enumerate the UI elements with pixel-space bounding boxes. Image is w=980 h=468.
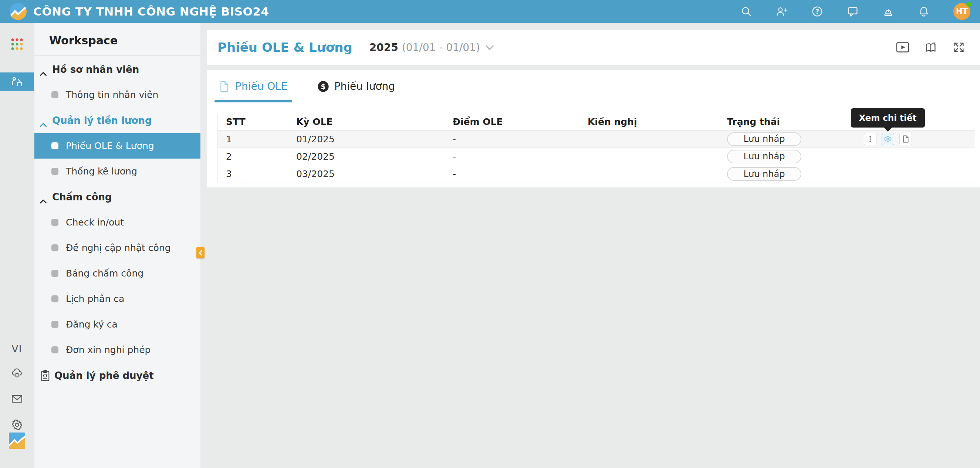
app-logo[interactable] xyxy=(9,433,25,449)
rail-divider xyxy=(0,422,33,422)
period-range[interactable]: (01/01 - 01/01) xyxy=(402,41,480,54)
menu-square-icon xyxy=(51,142,59,149)
company-logo xyxy=(10,3,27,20)
document-button[interactable] xyxy=(899,133,912,145)
help-icon[interactable]: ? xyxy=(811,6,823,17)
sidebar-item-check-in-out[interactable]: Check in/out xyxy=(34,209,200,235)
sidebar-collapse-handle[interactable] xyxy=(196,247,205,259)
period-year[interactable]: 2025 xyxy=(369,41,398,54)
row-menu-button[interactable] xyxy=(864,133,877,145)
workspace-sidebar: Workspace Hồ sơ nhân viên Thông tin nhân… xyxy=(34,23,200,468)
kebab-menu-icon xyxy=(866,135,874,143)
sidebar-section-ho-so-nhan-vien[interactable]: Hồ sơ nhân viên xyxy=(34,57,200,82)
menu-square-icon xyxy=(51,321,59,328)
sidebar-title: Workspace xyxy=(34,23,200,56)
clipboard-approve-icon xyxy=(40,370,51,381)
menu-square-icon xyxy=(51,219,59,226)
sidebar-section-cham-cong[interactable]: Chấm công xyxy=(34,184,200,209)
sidebar-item-phieu-ole-luong[interactable]: Phiếu OLE & Lương xyxy=(34,133,200,159)
menu-square-icon xyxy=(51,168,59,175)
user-guide-book-icon[interactable]: ? xyxy=(924,41,938,54)
col-header-trang-thai: Trạng thái xyxy=(727,116,801,127)
cloud-sync-icon[interactable] xyxy=(11,367,23,379)
tooltip: Xem chi tiết xyxy=(851,108,924,127)
view-detail-button[interactable]: Xem chi tiết xyxy=(881,133,894,145)
company-name: CÔNG TY TNHH CÔNG NGHỆ BISO24 xyxy=(33,5,269,18)
user-avatar[interactable]: HT xyxy=(953,3,970,20)
notification-bell-icon[interactable] xyxy=(918,6,930,17)
announcement-siren-icon[interactable] xyxy=(882,6,894,17)
status-badge: Lưu nháp xyxy=(727,132,801,146)
sidebar-item-quan-ly-phe-duyet[interactable]: Quản lý phê duyệt xyxy=(34,363,200,388)
settings-gear-icon[interactable] xyxy=(11,419,23,431)
menu-square-icon xyxy=(51,295,59,302)
top-bar: CÔNG TY TNHH CÔNG NGHỆ BISO24 ? HT xyxy=(0,0,980,23)
tab-bar: Phiếu OLE $ Phiếu lương xyxy=(207,70,980,102)
sidebar-item-de-nghi-cap-nhat-cong[interactable]: Đề nghị cập nhật công xyxy=(34,235,200,261)
chevron-up-icon xyxy=(40,67,47,72)
chevron-up-icon xyxy=(40,195,47,199)
content-header: Phiếu OLE & Lương 2025 (01/01 - 01/01) ? xyxy=(207,30,980,65)
sidebar-item-thong-tin-nhan-vien[interactable]: Thông tin nhân viên xyxy=(34,82,200,108)
col-header-ky-ole: Kỳ OLE xyxy=(296,116,453,127)
svg-text:?: ? xyxy=(933,41,935,47)
main-content: Phiếu OLE & Lương 2025 (01/01 - 01/01) ? xyxy=(200,23,980,468)
sidebar-item-don-xin-nghi-phep[interactable]: Đơn xin nghỉ phép xyxy=(34,337,200,363)
menu-square-icon xyxy=(51,244,59,251)
col-header-stt: STT xyxy=(218,116,296,127)
tab-phieu-ole[interactable]: Phiếu OLE xyxy=(218,70,288,102)
avatar-initials: HT xyxy=(956,7,968,16)
sidebar-section-quan-ly-tien-luong[interactable]: Quản lý tiền lương xyxy=(34,108,200,133)
icon-rail: VI xyxy=(0,23,34,468)
add-user-icon[interactable] xyxy=(776,6,788,17)
svg-text:?: ? xyxy=(815,8,819,15)
online-status-dot xyxy=(966,2,971,7)
eye-icon xyxy=(884,135,892,143)
file-icon xyxy=(902,135,910,143)
chat-icon[interactable] xyxy=(847,6,859,17)
ole-table: STT Kỳ OLE Điểm OLE Kiến nghị Trạng thái… xyxy=(218,113,975,183)
sidebar-item-thong-ke-luong[interactable]: Thống kê lương xyxy=(34,159,200,184)
document-icon xyxy=(218,81,230,92)
page-title: Phiếu OLE & Lương xyxy=(218,40,352,55)
menu-square-icon xyxy=(51,270,59,277)
fullscreen-expand-icon[interactable] xyxy=(952,41,966,54)
content-body: Phiếu OLE $ Phiếu lương STT Kỳ OLE Điểm … xyxy=(207,70,980,187)
svg-text:$: $ xyxy=(321,82,325,90)
tab-phieu-luong[interactable]: $ Phiếu lương xyxy=(317,70,395,102)
person-at-desk-icon xyxy=(10,75,24,89)
table-row[interactable]: 1 01/2025 - Lưu nháp Xem chi tiết xyxy=(218,130,975,148)
chevron-up-icon xyxy=(40,118,47,123)
rail-item-hr-workspace[interactable] xyxy=(0,73,34,91)
col-header-diem-ole: Điểm OLE xyxy=(453,116,588,127)
sidebar-item-lich-phan-ca[interactable]: Lịch phân ca xyxy=(34,286,200,312)
sidebar-item-dang-ky-ca[interactable]: Đăng ký ca xyxy=(34,312,200,337)
language-selector[interactable]: VI xyxy=(0,343,33,354)
chevron-left-icon xyxy=(198,250,203,256)
chevron-down-icon[interactable] xyxy=(485,45,494,50)
video-guide-icon[interactable] xyxy=(896,41,910,54)
status-badge: Lưu nháp xyxy=(727,167,801,181)
sidebar-item-bang-cham-cong[interactable]: Bảng chấm công xyxy=(34,261,200,286)
menu-square-icon xyxy=(51,91,59,98)
search-icon[interactable] xyxy=(740,6,752,17)
status-badge: Lưu nháp xyxy=(727,150,801,163)
col-header-kien-nghi: Kiến nghị xyxy=(588,116,727,127)
mail-icon[interactable] xyxy=(11,393,23,405)
table-row[interactable]: 2 02/2025 - Lưu nháp xyxy=(218,148,975,165)
table-row[interactable]: 3 03/2025 - Lưu nháp xyxy=(218,165,975,182)
apps-grid-icon[interactable] xyxy=(11,38,23,50)
dollar-circle-icon: $ xyxy=(317,81,329,92)
menu-square-icon xyxy=(51,346,59,354)
